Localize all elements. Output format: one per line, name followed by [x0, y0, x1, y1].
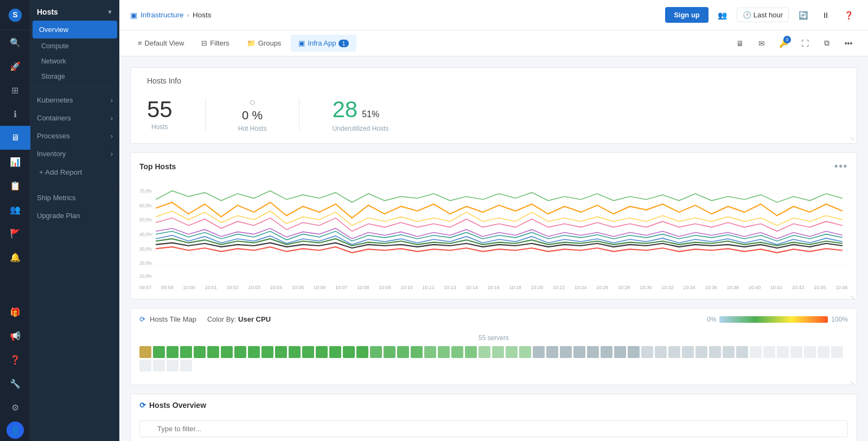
server-tile[interactable]: [818, 346, 829, 358]
top-hosts-more[interactable]: •••: [834, 161, 848, 172]
server-tile[interactable]: [384, 346, 395, 358]
time-selector[interactable]: 🕐 Last hour: [737, 8, 789, 22]
server-tile[interactable]: [194, 346, 206, 358]
server-tile[interactable]: [614, 346, 626, 358]
server-tile[interactable]: [343, 346, 355, 358]
sidebar-item-ship-metrics[interactable]: Ship Metrics: [30, 189, 119, 207]
server-tile[interactable]: [153, 346, 165, 358]
sidebar-item-compute[interactable]: Compute: [30, 39, 119, 54]
server-tile[interactable]: [655, 346, 667, 358]
server-tile[interactable]: [438, 346, 450, 358]
server-tile[interactable]: [180, 346, 192, 358]
server-tile[interactable]: [533, 346, 545, 358]
more-options-icon[interactable]: •••: [840, 35, 857, 52]
tools-icon[interactable]: 🔧: [0, 372, 30, 395]
server-tile[interactable]: [750, 346, 762, 358]
flag-icon[interactable]: 🚩: [0, 221, 30, 245]
grid-icon[interactable]: ⊞: [0, 78, 30, 102]
refresh-icon[interactable]: 🔄: [794, 7, 812, 24]
tab-filters[interactable]: ⊟ Filters: [194, 35, 237, 52]
server-tile[interactable]: [587, 346, 599, 358]
chart-resize-handle[interactable]: ⤡: [131, 295, 857, 299]
server-tile[interactable]: [234, 346, 246, 358]
tilemap-resize-handle[interactable]: ⤡: [131, 380, 857, 385]
server-tile[interactable]: [682, 346, 694, 358]
server-tile[interactable]: [790, 346, 802, 358]
server-tile[interactable]: [356, 346, 368, 358]
server-tile[interactable]: [411, 346, 423, 358]
breadcrumb-parent[interactable]: Infrastructure: [141, 11, 184, 19]
sidebar-item-inventory[interactable]: Inventory ›: [30, 145, 119, 163]
rocket-icon[interactable]: 🚀: [0, 54, 30, 78]
server-tile[interactable]: [668, 346, 680, 358]
signup-button[interactable]: Sign up: [665, 7, 709, 23]
server-tile[interactable]: [723, 346, 735, 358]
server-tile[interactable]: [397, 346, 409, 358]
server-tile[interactable]: [628, 346, 640, 358]
sidebar-item-upgrade-plan[interactable]: Upgrade Plan: [30, 207, 119, 225]
split-icon[interactable]: ⧉: [818, 35, 835, 52]
tab-groups[interactable]: 📁 Groups: [239, 35, 289, 52]
server-tile[interactable]: [261, 346, 273, 358]
key-icon[interactable]: 🔑 0: [775, 35, 792, 52]
server-tile[interactable]: [601, 346, 612, 358]
server-tile[interactable]: [506, 346, 518, 358]
server-tile[interactable]: [777, 346, 789, 358]
server-tile[interactable]: [153, 360, 165, 372]
tab-default-view[interactable]: ≡ Default View: [130, 35, 192, 52]
server-tile[interactable]: [139, 346, 151, 358]
server-tile[interactable]: [478, 346, 490, 358]
settings-icon[interactable]: ⚙: [0, 395, 30, 419]
filter-input[interactable]: [139, 420, 848, 437]
server-tile[interactable]: [180, 360, 192, 372]
mail-icon[interactable]: ✉: [753, 35, 770, 52]
monitor-view-icon[interactable]: 🖥: [731, 35, 749, 52]
alert-icon[interactable]: 🔔: [0, 245, 30, 269]
resize-handle-info[interactable]: ⤡: [850, 136, 854, 142]
server-tile[interactable]: [329, 346, 341, 358]
server-tile[interactable]: [316, 346, 328, 358]
megaphone-icon[interactable]: 📢: [0, 324, 30, 348]
sidebar-item-network[interactable]: Network: [30, 54, 119, 69]
sidebar-item-kubernetes[interactable]: Kubernetes ›: [30, 91, 119, 109]
server-tile[interactable]: [289, 346, 301, 358]
sidebar-item-containers[interactable]: Containers ›: [30, 109, 119, 127]
server-tile[interactable]: [709, 346, 721, 358]
tab-infra-app[interactable]: ▣ Infra App 1: [291, 35, 356, 52]
server-tile[interactable]: [573, 346, 585, 358]
server-tile[interactable]: [804, 346, 816, 358]
sidebar-item-processes[interactable]: Processes ›: [30, 127, 119, 145]
server-tile[interactable]: [370, 346, 382, 358]
server-tile[interactable]: [641, 346, 653, 358]
chart-icon[interactable]: 📊: [0, 150, 30, 174]
help-icon[interactable]: ❓: [0, 348, 30, 372]
team-topbar-icon[interactable]: 👥: [714, 7, 731, 24]
info-icon[interactable]: ℹ: [0, 102, 30, 126]
help-topbar-icon[interactable]: ❓: [840, 7, 857, 24]
server-tile[interactable]: [546, 346, 558, 358]
server-tile[interactable]: [763, 346, 775, 358]
team-icon[interactable]: 👥: [0, 197, 30, 221]
server-tile[interactable]: [831, 346, 843, 358]
user-icon[interactable]: 👤: [7, 421, 24, 439]
server-tile[interactable]: [424, 346, 436, 358]
report-icon[interactable]: 📋: [0, 174, 30, 197]
search-icon[interactable]: 🔍: [0, 30, 30, 54]
server-tile[interactable]: [695, 346, 707, 358]
pause-icon[interactable]: ⏸: [817, 7, 834, 24]
server-tile[interactable]: [492, 346, 504, 358]
server-tile[interactable]: [560, 346, 572, 358]
server-tile[interactable]: [302, 346, 314, 358]
add-report-button[interactable]: + Add Report: [30, 163, 119, 182]
sidebar-item-overview[interactable]: Overview: [33, 21, 117, 39]
monitor-icon[interactable]: 🖥: [0, 126, 30, 150]
server-tile[interactable]: [736, 346, 748, 358]
server-tile[interactable]: [465, 346, 477, 358]
gift-icon[interactable]: 🎁: [0, 300, 30, 324]
server-tile[interactable]: [207, 346, 219, 358]
server-tile[interactable]: [519, 346, 531, 358]
server-tile[interactable]: [451, 346, 463, 358]
fullscreen-icon[interactable]: ⛶: [796, 35, 814, 52]
server-tile[interactable]: [139, 360, 151, 372]
sidebar-item-storage[interactable]: Storage: [30, 69, 119, 84]
